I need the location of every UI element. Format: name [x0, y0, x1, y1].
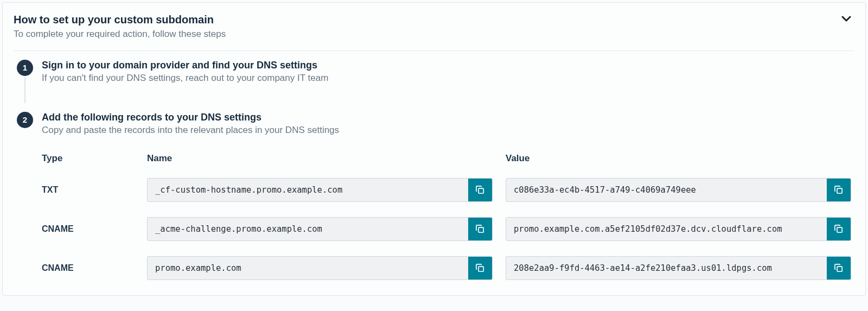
copy-icon	[475, 224, 486, 234]
copy-icon	[833, 224, 844, 234]
record-name-field: _acme-challenge.promo.example.com	[147, 217, 493, 241]
copy-icon	[475, 263, 486, 274]
table-header-row: Type Name Value	[42, 153, 851, 164]
table-row: CNAME promo.example.com 208e2aa9-f9fd-44…	[42, 256, 851, 280]
step-spacer	[17, 85, 854, 111]
record-value-value[interactable]: promo.example.com.a5ef2105df02d37e.dcv.c…	[506, 218, 827, 240]
record-type: CNAME	[42, 263, 134, 273]
copy-value-button[interactable]	[827, 179, 851, 201]
copy-icon	[833, 263, 844, 274]
col-type-header: Type	[42, 153, 134, 164]
record-type: CNAME	[42, 224, 134, 234]
card-subtitle: To complete your required action, follow…	[14, 28, 829, 41]
chevron-down-icon	[841, 16, 851, 24]
table-row: CNAME _acme-challenge.promo.example.com …	[42, 217, 851, 241]
steps-list: 1 Sign in to your domain provider and fi…	[17, 59, 854, 137]
record-name-value[interactable]: _acme-challenge.promo.example.com	[148, 218, 468, 240]
dns-records-table: Type Name Value TXT _cf-custom-hostname.…	[42, 153, 851, 280]
collapse-toggle[interactable]	[838, 12, 854, 27]
step-2-title: Add the following records to your DNS se…	[42, 111, 854, 124]
copy-icon	[833, 185, 844, 195]
record-value-field: 208e2aa9-f9fd-4463-ae14-a2fe210efaa3.us0…	[506, 256, 851, 280]
record-value-field: c086e33a-ec4b-4517-a749-c4069a749eee	[506, 178, 851, 202]
step-1-desc: If you can't find your DNS settings, rea…	[42, 72, 854, 85]
svg-rect-1	[837, 188, 842, 193]
copy-value-button[interactable]	[827, 218, 851, 240]
step-1: 1 Sign in to your domain provider and fi…	[17, 59, 854, 85]
svg-rect-3	[837, 227, 842, 232]
step-2-desc: Copy and paste the records into the rele…	[42, 124, 854, 137]
record-type: TXT	[42, 185, 134, 195]
copy-value-button[interactable]	[827, 257, 851, 280]
step-connector	[24, 77, 25, 103]
copy-name-button[interactable]	[468, 179, 492, 201]
record-name-field: _cf-custom-hostname.promo.example.com	[147, 178, 493, 202]
copy-icon	[475, 185, 486, 195]
copy-name-button[interactable]	[468, 218, 492, 240]
col-name-header: Name	[147, 153, 493, 164]
step-1-text: Sign in to your domain provider and find…	[42, 59, 854, 85]
copy-name-button[interactable]	[468, 257, 492, 280]
svg-rect-4	[478, 266, 483, 271]
record-name-value[interactable]: _cf-custom-hostname.promo.example.com	[148, 179, 468, 201]
card-header: How to set up your custom subdomain To c…	[14, 12, 854, 41]
card-titles: How to set up your custom subdomain To c…	[14, 12, 829, 41]
svg-rect-2	[478, 227, 483, 232]
record-name-field: promo.example.com	[147, 256, 493, 280]
col-value-header: Value	[506, 153, 851, 164]
record-value-value[interactable]: 208e2aa9-f9fd-4463-ae14-a2fe210efaa3.us0…	[506, 257, 827, 280]
step-number-badge: 2	[17, 112, 33, 128]
divider	[14, 50, 854, 51]
svg-rect-0	[478, 188, 483, 193]
table-row: TXT _cf-custom-hostname.promo.example.co…	[42, 178, 851, 202]
record-value-value[interactable]: c086e33a-ec4b-4517-a749-c4069a749eee	[506, 179, 827, 201]
setup-card: How to set up your custom subdomain To c…	[2, 2, 866, 296]
svg-rect-5	[837, 266, 842, 271]
card-title: How to set up your custom subdomain	[14, 12, 829, 27]
record-name-value[interactable]: promo.example.com	[148, 257, 468, 280]
step-2-text: Add the following records to your DNS se…	[42, 111, 854, 137]
record-value-field: promo.example.com.a5ef2105df02d37e.dcv.c…	[506, 217, 851, 241]
step-number-badge: 1	[17, 60, 33, 76]
step-2: 2 Add the following records to your DNS …	[17, 111, 854, 137]
step-1-title: Sign in to your domain provider and find…	[42, 59, 854, 72]
